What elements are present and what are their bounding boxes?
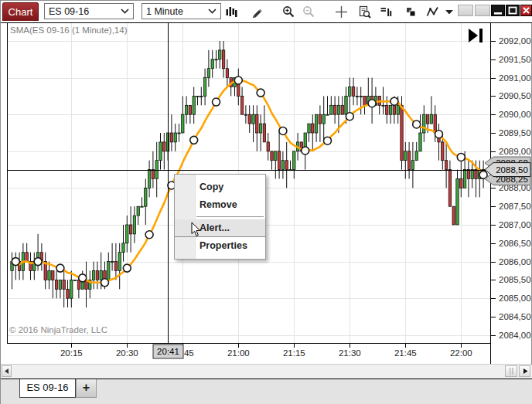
svg-text:21:15: 21:15 [283,348,305,358]
instrument-dropdown-value: ES 09-16 [49,6,89,17]
svg-text:2085,50: 2085,50 [499,275,531,284]
svg-text:2091,50: 2091,50 [499,55,531,64]
menu-item-alert[interactable]: Alert... [175,219,265,237]
context-menu: Copy Remove Alert... Properties [174,174,266,260]
menu-item-properties[interactable]: Properties [175,237,265,255]
tab-es-09-16[interactable]: ES 09-16 [19,379,76,398]
splitter-grip-icon [506,366,516,376]
chart-style-button[interactable] [222,3,240,20]
svg-text:2088,50: 2088,50 [496,165,528,175]
svg-text:2084,00: 2084,00 [499,331,531,340]
scroll-right-button[interactable] [519,365,530,377]
zoom-in-button[interactable] [279,3,298,20]
go-to-end-button[interactable] [466,26,486,45]
menu-item-copy[interactable]: Copy [175,178,265,196]
instrument-dropdown[interactable]: ES 09-16 [44,3,134,19]
indicators-button[interactable] [377,3,395,20]
data-box-button[interactable] [355,3,373,20]
scroll-right-icon [520,366,530,376]
go-to-end-icon [467,26,486,45]
svg-text:2085,00: 2085,00 [499,294,531,303]
minimize-icon [493,5,503,15]
toolbar-blank-button-2 [475,5,490,16]
add-tab-button[interactable]: + [76,379,97,398]
close-button[interactable] [520,5,532,16]
svg-text:21:45: 21:45 [394,348,417,358]
crosshair-icon [335,5,348,19]
dropdown-arrow-icon [444,5,455,18]
drawing-pencil-button[interactable] [248,3,267,20]
close-icon [521,5,531,15]
tab-bar: ES 09-16 + [1,379,532,404]
minimize-button[interactable] [491,5,505,16]
scroll-left-icon [2,366,11,376]
svg-text:21:00: 21:00 [227,348,250,358]
chevron-down-icon [121,8,129,14]
menu-separator [196,216,264,217]
mouse-cursor [191,222,201,237]
svg-text:2086,50: 2086,50 [499,239,531,248]
svg-text:20:30: 20:30 [116,348,138,358]
price-axis: 2092,002091,502091,002090,502090,002089,… [491,36,531,340]
svg-text:2090,00: 2090,00 [499,110,531,119]
chart-scrollbar [1,365,532,379]
interval-dropdown-value: 1 Minute [146,6,183,17]
svg-text:2089,50: 2089,50 [499,128,531,137]
restore-button[interactable] [506,5,520,16]
drawing-tools-icon [426,5,439,18]
svg-text:21:30: 21:30 [339,348,361,358]
svg-text:2092,00: 2092,00 [499,36,531,46]
interval-dropdown[interactable]: 1 Minute [142,3,221,19]
chart-window: 2092,002091,502091,002090,502090,002089,… [0,0,532,404]
title-bar: Chart ES 09-16 1 Minute [1,1,532,22]
zoom-out-icon [302,5,315,19]
indicator-panel-icon [380,5,392,18]
splitter-grip-button[interactable] [505,365,517,377]
zoom-in-icon [282,5,295,19]
time-axis: 20:1520:3020:4521:0021:1521:3021:4522:00 [60,344,472,358]
scroll-left-button[interactable] [2,365,12,377]
svg-text:2091,00: 2091,00 [499,73,531,83]
svg-text:2087,50: 2087,50 [499,202,531,211]
svg-text:20:41: 20:41 [157,347,179,356]
restore-icon [507,5,518,15]
chart-canvas[interactable]: 2092,002091,502091,002090,502090,002089,… [1,1,532,404]
pencil-icon [251,5,264,18]
window-chart-tab[interactable]: Chart [2,2,39,21]
chevron-down-icon [208,8,217,14]
svg-text:20:15: 20:15 [60,348,83,358]
chart-style-icon [225,5,237,18]
more-tools-dropdown-button[interactable] [443,3,455,20]
svg-text:22:00: 22:00 [450,348,472,358]
zoom-out-button[interactable] [299,3,318,20]
drawing-tools-button[interactable] [423,3,442,20]
chart-objects-button[interactable] [401,3,420,20]
copyright-label: © 2016 NinjaTrader, LLC [9,325,107,334]
objects-icon [404,5,417,18]
svg-text:2086,00: 2086,00 [499,257,531,267]
crosshair-button[interactable] [332,3,350,20]
data-box-icon [358,5,371,19]
svg-text:2089,00: 2089,00 [499,147,531,156]
svg-text:2084,50: 2084,50 [499,312,531,321]
indicator-label: SMA(ES 09-16 (1 Minute),14) [10,25,127,35]
menu-item-remove[interactable]: Remove [175,196,265,214]
toolbar-blank-button-1 [458,5,473,16]
svg-text:2087,00: 2087,00 [499,220,531,229]
svg-text:2090,50: 2090,50 [499,91,531,100]
